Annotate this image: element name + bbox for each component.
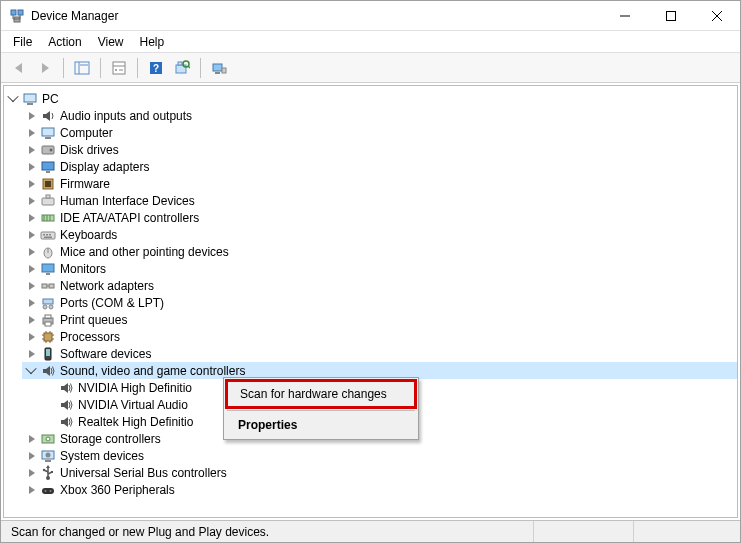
tree-node-label: PC (42, 92, 59, 106)
svg-rect-7 (667, 11, 676, 20)
tree-node[interactable]: Mice and other pointing devices (22, 243, 737, 260)
display-icon (40, 159, 56, 175)
statusbar-cell (534, 521, 634, 542)
expand-collapse-icon[interactable] (26, 348, 38, 360)
expand-collapse-icon[interactable] (26, 280, 38, 292)
svg-rect-38 (45, 181, 51, 187)
expand-collapse-icon[interactable] (26, 212, 38, 224)
xbox-icon (40, 482, 56, 498)
tree-node[interactable]: Computer (22, 124, 737, 141)
expand-collapse-icon[interactable] (26, 229, 38, 241)
expand-collapse-icon[interactable] (8, 93, 20, 105)
context-menu-separator (227, 410, 415, 411)
svg-rect-28 (24, 94, 36, 102)
tree-node-label: Audio inputs and outputs (60, 109, 192, 123)
expand-collapse-icon[interactable] (26, 110, 38, 122)
tree-node[interactable]: Monitors (22, 260, 737, 277)
expand-collapse-icon[interactable] (26, 246, 38, 258)
toolbar-forward-button[interactable] (33, 56, 57, 80)
expand-collapse-icon[interactable] (26, 178, 38, 190)
toolbar-back-button[interactable] (7, 56, 31, 80)
tree-node-label: Ports (COM & LPT) (60, 296, 164, 310)
device-manager-window: Device Manager File Action View Help (0, 0, 741, 543)
menu-help[interactable]: Help (132, 33, 173, 51)
tree-node[interactable]: Software devices (22, 345, 737, 362)
expand-collapse-icon[interactable] (26, 144, 38, 156)
statusbar-cell (634, 521, 734, 542)
tree-root-pc[interactable]: PC (4, 90, 737, 107)
svg-point-34 (50, 148, 53, 151)
expand-collapse-icon[interactable] (26, 314, 38, 326)
tree-node[interactable]: Firmware (22, 175, 737, 192)
monitor-icon (40, 261, 56, 277)
expand-collapse-icon[interactable] (26, 450, 38, 462)
expand-collapse-icon[interactable] (26, 484, 38, 496)
svg-rect-35 (42, 162, 54, 170)
tree-node[interactable]: Network adapters (22, 277, 737, 294)
tree-node[interactable]: System devices (22, 447, 737, 464)
expand-collapse-icon[interactable] (26, 297, 38, 309)
toolbar: ? (1, 53, 740, 83)
tree-node-label: Storage controllers (60, 432, 161, 446)
expand-collapse-icon[interactable] (26, 433, 38, 445)
svg-marker-74 (43, 366, 50, 376)
svg-rect-0 (11, 10, 16, 15)
minimize-button[interactable] (602, 1, 648, 30)
svg-rect-55 (49, 284, 54, 288)
svg-rect-52 (42, 264, 54, 272)
context-menu-scan-hardware[interactable]: Scan for hardware changes (225, 379, 417, 409)
tree-node[interactable]: Ports (COM & LPT) (22, 294, 737, 311)
svg-marker-11 (42, 63, 49, 73)
tree-node-label: Network adapters (60, 279, 154, 293)
maximize-button[interactable] (648, 1, 694, 30)
expand-collapse-icon[interactable] (26, 365, 38, 377)
expand-collapse-icon[interactable] (26, 263, 38, 275)
toolbar-properties-button[interactable] (107, 56, 131, 80)
tree-node[interactable]: Xbox 360 Peripherals (22, 481, 737, 498)
svg-rect-57 (43, 299, 53, 304)
tree-node[interactable]: Audio inputs and outputs (22, 107, 737, 124)
svg-rect-22 (178, 62, 182, 65)
expand-collapse-icon[interactable] (26, 195, 38, 207)
device-tree-pane[interactable]: PC Audio inputs and outputsComputerDisk … (3, 85, 738, 518)
tree-node[interactable]: IDE ATA/ATAPI controllers (22, 209, 737, 226)
svg-rect-46 (43, 234, 45, 236)
svg-rect-54 (42, 284, 47, 288)
tree-node-label: Human Interface Devices (60, 194, 195, 208)
tree-node[interactable]: Processors (22, 328, 737, 345)
expand-collapse-icon[interactable] (26, 467, 38, 479)
expand-collapse-icon[interactable] (26, 331, 38, 343)
expand-collapse-icon[interactable] (26, 161, 38, 173)
toolbar-devices-printers-button[interactable] (207, 56, 231, 80)
svg-rect-32 (45, 137, 51, 139)
toolbar-help-button[interactable]: ? (144, 56, 168, 80)
expand-collapse-icon[interactable] (26, 127, 38, 139)
tree-node-label: Computer (60, 126, 113, 140)
menu-action[interactable]: Action (40, 33, 89, 51)
menu-file[interactable]: File (5, 33, 40, 51)
context-menu-properties[interactable]: Properties (226, 413, 416, 437)
svg-rect-62 (45, 322, 51, 326)
tree-node[interactable]: Human Interface Devices (22, 192, 737, 209)
tree-node[interactable]: Keyboards (22, 226, 737, 243)
keyboard-icon (40, 227, 56, 243)
tree-node[interactable]: Print queues (22, 311, 737, 328)
ide-icon (40, 210, 56, 226)
tree-node[interactable]: Display adapters (22, 158, 737, 175)
svg-rect-61 (45, 315, 51, 318)
svg-rect-40 (46, 195, 50, 198)
window-title: Device Manager (31, 9, 118, 23)
menu-view[interactable]: View (90, 33, 132, 51)
toolbar-scan-hardware-button[interactable] (170, 56, 194, 80)
tree-node[interactable]: Disk drives (22, 141, 737, 158)
firmware-icon (40, 176, 56, 192)
toolbar-separator (137, 58, 138, 78)
sound-icon (58, 397, 74, 413)
svg-rect-25 (213, 64, 222, 71)
close-button[interactable] (694, 1, 740, 30)
toolbar-show-hide-tree-button[interactable] (70, 56, 94, 80)
svg-rect-31 (42, 128, 54, 136)
cpu-icon (40, 329, 56, 345)
context-menu: Scan for hardware changes Properties (223, 377, 419, 440)
tree-node[interactable]: Universal Serial Bus controllers (22, 464, 737, 481)
